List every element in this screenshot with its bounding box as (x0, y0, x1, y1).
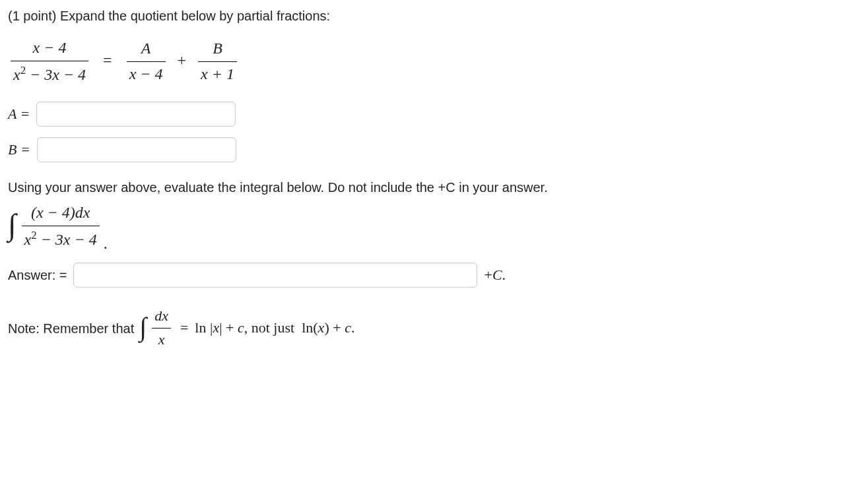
a-label: A = (8, 104, 30, 125)
lhs-denominator: x2 − 3x − 4 (11, 61, 88, 86)
term-b-numerator: B (198, 38, 237, 61)
term-b-denominator: x + 1 (198, 61, 237, 86)
integral-prompt: Using your answer above, evaluate the in… (8, 178, 860, 197)
integral-sign-icon: ∫ (8, 213, 17, 237)
answer-suffix: +C. (484, 265, 506, 286)
integral-expression: ∫ (x − 4)dx x2 − 3x − 4 . (8, 202, 108, 251)
b-label: B = (8, 140, 30, 160)
answer-input[interactable] (73, 263, 477, 288)
integrand-denominator: x2 − 3x − 4 (22, 226, 100, 251)
note-expression: ∫ dx x = ln |x| + c, not just ln(x) + c. (139, 306, 354, 350)
equals-sign: = (103, 51, 112, 69)
partial-fraction-equation: x − 4 x2 − 3x − 4 = A x − 4 + B x + 1 (8, 37, 860, 86)
integrand-numerator: (x − 4)dx (22, 202, 100, 226)
plus-sign: + (178, 51, 187, 69)
lhs-numerator: x − 4 (11, 37, 88, 61)
problem-prompt: (1 point) Expand the quotient below by p… (8, 7, 860, 25)
term-a-denominator: x − 4 (127, 61, 166, 86)
period: . (104, 233, 108, 255)
note-frac-num: dx (152, 306, 171, 328)
answer-label: Answer: = (8, 266, 67, 284)
term-a-numerator: A (127, 38, 166, 61)
note-label: Note: Remember that (8, 319, 134, 338)
integral-sign-icon: ∫ (139, 317, 147, 338)
b-input[interactable] (37, 137, 236, 162)
note-frac-den: x (152, 328, 171, 350)
note-equals: = (180, 318, 188, 338)
a-input[interactable] (36, 102, 236, 127)
note-rhs: ln |x| + c, not just ln(x) + c. (195, 318, 354, 338)
